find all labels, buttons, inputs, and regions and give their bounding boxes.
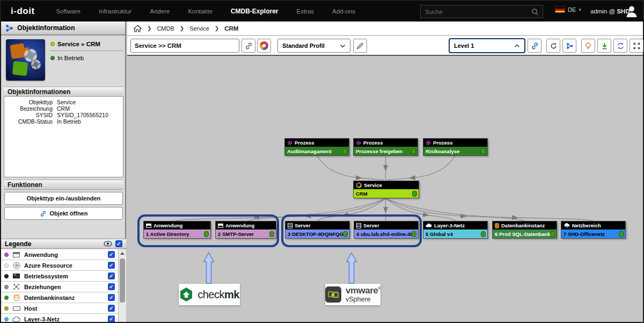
menu-item-kontakte[interactable]: Kontakte <box>188 8 212 15</box>
node-name: 7 SHD-Officenetz <box>564 231 605 237</box>
reload-button[interactable] <box>546 39 560 53</box>
node-anwendung-smtp-server[interactable]: Anwendung 2 SMTP-Server <box>215 221 276 239</box>
menu-item-extras[interactable]: Extras <box>296 8 314 15</box>
node-name: Risikoanalyse <box>426 148 459 154</box>
database-icon <box>495 223 499 228</box>
export-button[interactable] <box>597 39 611 53</box>
colorwheel-button[interactable] <box>257 39 271 53</box>
legend-item-azure[interactable]: Azure Ressource ✓ <box>1 260 118 271</box>
node-name: 5 Global v4 <box>426 231 453 237</box>
eye-icon[interactable] <box>104 241 112 247</box>
cloud-icon <box>426 223 432 228</box>
edit-profile-button[interactable] <box>353 39 367 53</box>
node-layer3netz-global[interactable]: Layer-3-Netz 5 Global v4 <box>423 221 488 239</box>
type-color-dot <box>4 274 9 278</box>
node-prozess-auditmanagament[interactable]: Prozess Auditmanagament <box>284 138 349 156</box>
legend-item-host[interactable]: Host ✓ <box>1 303 118 314</box>
node-prozess-risikoanalyse[interactable]: Prozess Risikoanalyse <box>423 138 488 156</box>
type-color-dot <box>4 317 9 321</box>
node-server-ubu[interactable]: Server 4 ubu.lab.shd-online.de <box>354 221 419 239</box>
legend-item-beziehungen[interactable]: Beziehungen ✓ <box>1 282 118 292</box>
breadcrumb-item-crm[interactable]: CRM <box>224 25 238 32</box>
user-account-label[interactable]: admin @ SHD <box>590 8 630 15</box>
app-logo[interactable]: i-doit <box>11 6 35 17</box>
legend-checkbox[interactable]: ✓ <box>108 294 115 301</box>
scroll-up-arrow[interactable] <box>119 249 126 257</box>
cmdb-explorer-canvas[interactable]: Prozess Auditmanagament Prozess Prozesse… <box>127 57 643 322</box>
link-icon <box>40 210 47 217</box>
menu-item-addons[interactable]: Add-ons <box>332 8 355 15</box>
type-color-dot <box>4 285 9 289</box>
checkmk-hexagon-icon <box>179 287 193 302</box>
cloud-icon <box>12 317 20 322</box>
highlight-button[interactable] <box>581 39 595 53</box>
main-area: ❯ CMDB ❯ Service ❯ CRM <box>127 21 643 322</box>
link-icon <box>245 42 253 50</box>
window-icon <box>218 224 223 228</box>
legend-item-betriebssystem[interactable]: Betriebssystem ✓ <box>1 271 118 282</box>
legend-checkbox[interactable]: ✓ <box>108 315 115 322</box>
search-icon[interactable] <box>531 8 539 16</box>
menu-item-cmdb-explorer[interactable]: CMDB-Explorer <box>231 8 279 15</box>
legend-scrollbar[interactable] <box>118 249 126 322</box>
cloud-network-icon <box>564 223 570 228</box>
chevron-up-icon <box>514 44 520 48</box>
level-select-value: Level 1 <box>454 42 474 49</box>
sidebar: Objektinformation Service » CRM In Betri… <box>1 21 126 322</box>
fullscreen-button[interactable] <box>630 39 643 53</box>
level-select[interactable]: Level 1 <box>449 38 525 53</box>
level-link-button[interactable] <box>528 39 541 53</box>
legend-checkbox[interactable]: ✓ <box>108 283 115 290</box>
german-flag-icon <box>555 6 565 13</box>
legend-toggle-all-checkbox[interactable]: ✓ <box>115 240 122 247</box>
node-server-desktop[interactable]: Server 3 DESKTOP-9DQNFQG.. <box>285 221 350 239</box>
toggle-objecttype-button[interactable]: Objekttyp ein-/ausblenden <box>4 192 123 205</box>
node-type-label: Anwendung <box>153 222 182 228</box>
status-indicator <box>481 148 486 154</box>
menu-item-software[interactable]: Software <box>56 8 80 15</box>
legend-checkbox[interactable]: ✓ <box>108 305 115 312</box>
legend-checkbox[interactable]: ✓ <box>108 251 115 258</box>
status-dot <box>50 56 55 60</box>
object-status-label: In Betrieb <box>57 55 84 61</box>
legend-item-datenbankinstanz[interactable]: Datenbankinstanz ✓ <box>1 292 118 303</box>
info-label: SYSID <box>4 112 57 118</box>
node-datenbankinstanz-prod-sql[interactable]: Datenbankinstanz 6 Prod SQL-Datenbank.. <box>492 221 557 239</box>
node-netzbereich-shd-officenetz[interactable]: Netzbereich 7 SHD-Officenetz <box>561 221 626 239</box>
node-prozess-prozesse-freigeben[interactable]: Prozess Prozesse freigeben <box>353 138 418 156</box>
node-type-label: Datenbankinstanz <box>501 222 545 228</box>
menu-item-infrastruktur[interactable]: Infrastruktur <box>99 8 131 15</box>
status-indicator <box>204 231 209 237</box>
legend-checkbox[interactable]: ✓ <box>108 262 115 269</box>
layout-button[interactable] <box>562 39 576 53</box>
breadcrumb-item-service[interactable]: Service <box>189 25 209 32</box>
object-title-label: Service » CRM <box>57 41 100 47</box>
legend-checkbox[interactable]: ✓ <box>108 272 115 279</box>
app-window: i-doit Software Infrastruktur Andere Kon… <box>0 0 644 323</box>
status-indicator <box>411 148 416 154</box>
info-row: Bezeichnung CRM <box>4 105 123 112</box>
legend-item-anwendung[interactable]: Anwendung ✓ <box>1 249 118 260</box>
open-object-button[interactable]: Objekt öffnen <box>4 207 123 220</box>
root-object-input[interactable] <box>130 39 239 53</box>
arrows-icon <box>12 283 20 290</box>
node-anwendung-active-directory[interactable]: Anwendung 1 Active Directory <box>143 221 211 239</box>
object-title: Service » CRM <box>50 41 123 47</box>
scrollbar-thumb[interactable] <box>120 259 125 303</box>
checkmk-arrow-up <box>204 253 214 283</box>
legend-item-layer3netz[interactable]: Layer-3-Netz ✓ <box>1 314 118 322</box>
functions-panel-header: Funktionen <box>4 180 123 190</box>
profile-select[interactable]: Standard Profil <box>277 39 350 53</box>
search-input[interactable] <box>421 9 531 15</box>
link-icon <box>531 42 539 50</box>
node-service-crm[interactable]: Service CRM <box>353 181 419 198</box>
info-value: Service <box>57 99 123 105</box>
user-avatar-icon[interactable] <box>625 4 639 18</box>
link-button[interactable] <box>241 39 255 53</box>
status-indicator <box>269 231 274 237</box>
language-selector[interactable]: DE ▾ <box>555 6 581 13</box>
home-icon[interactable] <box>134 25 142 32</box>
menu-item-andere[interactable]: Andere <box>150 8 170 15</box>
sync-button[interactable] <box>613 39 627 53</box>
breadcrumb-item-cmdb[interactable]: CMDB <box>157 25 174 32</box>
